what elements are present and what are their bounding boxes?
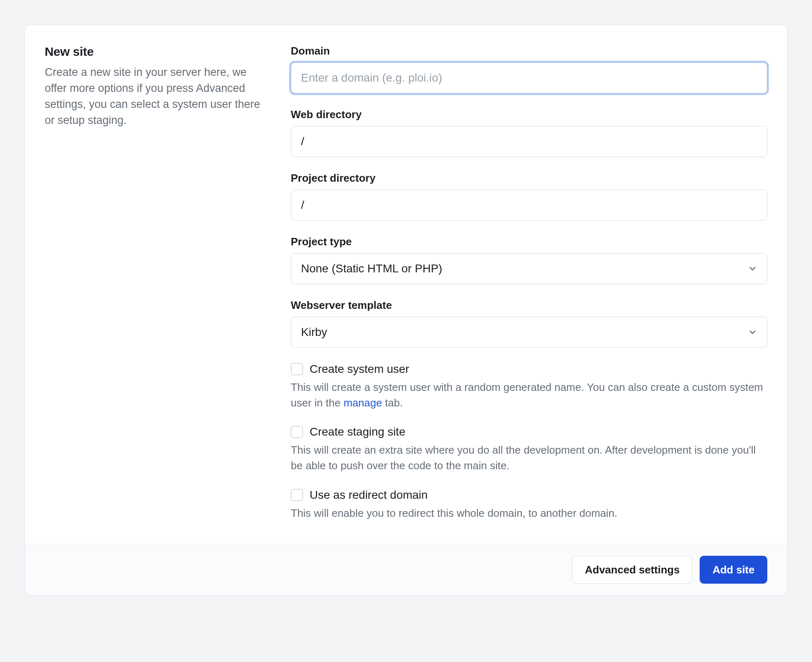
field-redirect-domain: Use as redirect domain This will enable … bbox=[291, 489, 767, 521]
domain-label: Domain bbox=[291, 45, 767, 57]
field-project-directory: Project directory bbox=[291, 172, 767, 221]
project-directory-input[interactable] bbox=[291, 189, 767, 221]
redirect-domain-label: Use as redirect domain bbox=[310, 489, 428, 502]
webserver-template-label: Webserver template bbox=[291, 299, 767, 312]
create-staging-help: This will create an extra site where you… bbox=[291, 443, 767, 473]
webserver-template-select[interactable]: Kirby bbox=[291, 317, 767, 348]
card-title: New site bbox=[45, 45, 266, 59]
domain-input[interactable] bbox=[291, 62, 767, 94]
redirect-domain-help: This will enable you to redirect this wh… bbox=[291, 506, 767, 521]
web-directory-input[interactable] bbox=[291, 126, 767, 157]
project-type-select[interactable]: None (Static HTML or PHP) bbox=[291, 253, 767, 284]
add-site-button[interactable]: Add site bbox=[700, 556, 767, 584]
card-description: Create a new site in your server here, w… bbox=[45, 64, 266, 129]
project-type-label: Project type bbox=[291, 235, 767, 248]
project-directory-label: Project directory bbox=[291, 172, 767, 185]
field-project-type: Project type None (Static HTML or PHP) bbox=[291, 235, 767, 284]
create-system-user-checkbox[interactable] bbox=[291, 363, 303, 375]
field-create-staging: Create staging site This will create an … bbox=[291, 425, 767, 473]
field-web-directory: Web directory bbox=[291, 108, 767, 157]
card-sidebar: New site Create a new site in your serve… bbox=[45, 45, 266, 521]
help-text: tab. bbox=[382, 397, 403, 409]
advanced-settings-button[interactable]: Advanced settings bbox=[572, 556, 692, 584]
web-directory-label: Web directory bbox=[291, 108, 767, 121]
redirect-domain-checkbox[interactable] bbox=[291, 489, 303, 501]
field-domain: Domain bbox=[291, 45, 767, 94]
new-site-form: Domain Web directory Project directory P… bbox=[291, 45, 767, 521]
manage-link[interactable]: manage bbox=[344, 397, 382, 409]
new-site-card: New site Create a new site in your serve… bbox=[25, 25, 787, 596]
card-footer: Advanced settings Add site bbox=[25, 544, 787, 595]
field-create-system-user: Create system user This will create a sy… bbox=[291, 363, 767, 411]
create-system-user-help: This will create a system user with a ra… bbox=[291, 380, 767, 411]
field-webserver-template: Webserver template Kirby bbox=[291, 299, 767, 348]
create-staging-checkbox[interactable] bbox=[291, 426, 303, 438]
create-system-user-label: Create system user bbox=[310, 363, 409, 376]
create-staging-label: Create staging site bbox=[310, 425, 405, 438]
